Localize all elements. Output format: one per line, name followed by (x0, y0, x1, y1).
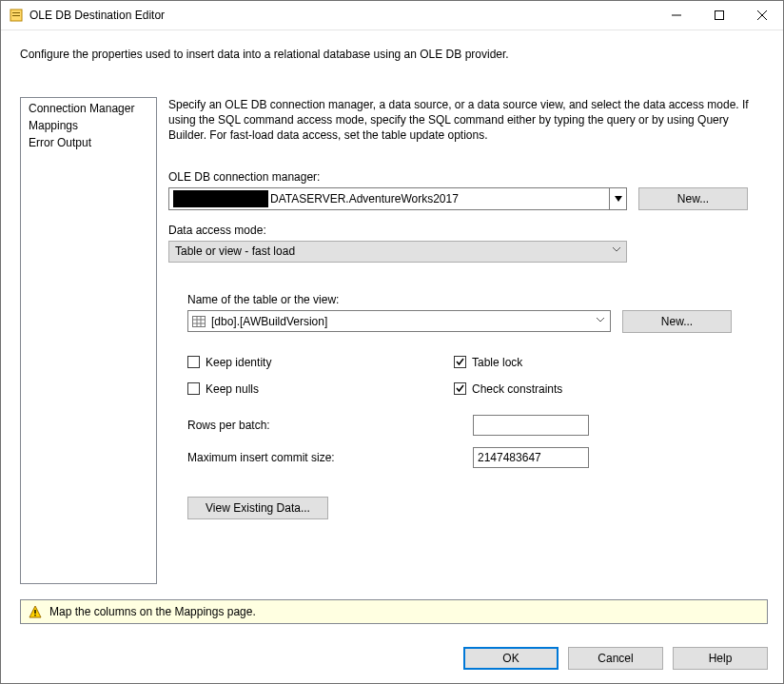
main-area: Connection Manager Mappings Error Output… (1, 88, 783, 584)
data-access-mode-value: Table or view - fast load (175, 244, 295, 258)
svg-rect-8 (193, 316, 206, 326)
help-button[interactable]: Help (673, 647, 768, 670)
table-icon (192, 316, 206, 327)
table-name-value: [dbo].[AWBuildVersion] (211, 315, 327, 328)
check-constraints-label: Check constraints (472, 382, 562, 396)
connection-manager-value: DATASERVER.AdventureWorks2017 (270, 192, 459, 205)
dialog-window: OLE DB Destination Editor Configure the … (0, 0, 784, 684)
close-icon (757, 10, 767, 20)
keep-nulls-checkbox[interactable] (187, 382, 200, 395)
content-panel: Specify an OLE DB connection manager, a … (168, 97, 768, 584)
svg-rect-14 (34, 610, 35, 614)
table-lock-label: Table lock (472, 356, 522, 369)
check-icon (456, 384, 464, 393)
fast-load-options: Name of the table or the view: [dbo].[AW… (168, 293, 768, 519)
max-commit-size-label: Maximum insert commit size: (187, 451, 473, 464)
chevron-down-icon (613, 247, 620, 252)
rows-per-batch-input[interactable] (473, 415, 589, 436)
warning-text: Map the columns on the Mappings page. (49, 605, 256, 618)
dropdown-button[interactable] (609, 188, 626, 209)
sidebar-item-mappings[interactable]: Mappings (21, 117, 156, 134)
check-constraints-checkbox[interactable] (454, 382, 466, 395)
maximize-icon (715, 10, 724, 20)
warning-icon (29, 605, 42, 618)
sidebar: Connection Manager Mappings Error Output (20, 97, 157, 584)
chevron-down-icon (597, 318, 604, 322)
svg-rect-15 (34, 615, 35, 616)
view-existing-data-button[interactable]: View Existing Data... (187, 497, 328, 519)
window-controls (655, 1, 783, 29)
titlebar: OLE DB Destination Editor (1, 1, 783, 30)
keep-identity-checkbox[interactable] (187, 356, 200, 368)
keep-identity-label: Keep identity (206, 356, 271, 369)
connection-manager-combo[interactable]: DATASERVER.AdventureWorks2017 (168, 187, 627, 210)
connection-manager-label: OLE DB connection manager: (168, 170, 768, 184)
redacted-server-prefix (173, 190, 268, 207)
check-icon (456, 358, 464, 366)
table-lock-checkbox[interactable] (454, 356, 466, 368)
minimize-button[interactable] (655, 1, 697, 29)
app-icon (9, 8, 24, 23)
ok-button[interactable]: OK (463, 647, 559, 670)
new-connection-button[interactable]: New... (638, 187, 748, 210)
close-button[interactable] (740, 1, 783, 29)
rows-per-batch-label: Rows per batch: (187, 419, 473, 432)
svg-marker-7 (615, 196, 622, 202)
sidebar-item-error-output[interactable]: Error Output (21, 134, 156, 151)
keep-nulls-label: Keep nulls (206, 382, 259, 396)
svg-rect-2 (12, 15, 20, 16)
new-table-button[interactable]: New... (622, 310, 732, 333)
minimize-icon (672, 10, 681, 20)
footer-buttons: OK Cancel Help (1, 624, 783, 683)
data-access-mode-select[interactable]: Table or view - fast load (168, 241, 627, 263)
sidebar-item-connection-manager[interactable]: Connection Manager (21, 100, 156, 117)
maximize-button[interactable] (697, 1, 740, 29)
data-access-mode-label: Data access mode: (168, 224, 768, 237)
dialog-description: Configure the properties used to insert … (1, 30, 783, 61)
warning-bar: Map the columns on the Mappings page. (20, 599, 768, 624)
window-title: OLE DB Destination Editor (29, 9, 655, 22)
table-name-combo[interactable]: [dbo].[AWBuildVersion] (187, 310, 611, 332)
chevron-down-icon (615, 196, 622, 202)
content-intro: Specify an OLE DB connection manager, a … (168, 97, 768, 144)
table-name-label: Name of the table or the view: (187, 293, 768, 306)
max-commit-size-input[interactable] (473, 447, 589, 468)
cancel-button[interactable]: Cancel (568, 647, 663, 670)
svg-rect-1 (12, 12, 20, 13)
svg-rect-4 (715, 11, 723, 20)
